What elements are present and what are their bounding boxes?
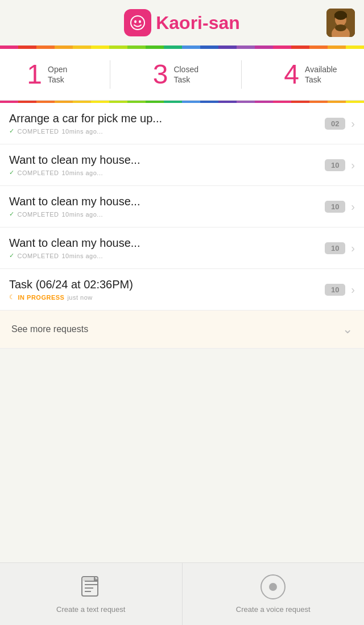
stat-available: 4 AvailableTask <box>284 61 337 88</box>
task-status-time-3: 10mins ago... <box>61 211 103 218</box>
stat-divider-2 <box>241 60 242 89</box>
svg-rect-9 <box>334 14 347 18</box>
task-status-label-5: IN PROGRESS <box>18 294 65 301</box>
chevron-right-icon-2: › <box>351 159 355 172</box>
logo-icon <box>124 9 151 36</box>
task-status-label-2: COMPLETED <box>18 169 59 176</box>
task-list: Arrange a car for pick me up... ✓ COMPLE… <box>0 103 364 311</box>
table-row[interactable]: Want to clean my house... ✓ COMPLETED 10… <box>0 186 364 227</box>
svg-point-10 <box>335 24 346 31</box>
table-row[interactable]: Want to clean my house... ✓ COMPLETED 10… <box>0 144 364 186</box>
app-header: Kaori-san <box>0 0 364 45</box>
stat-open-number: 1 <box>27 61 42 88</box>
task-badge-5: 10 <box>325 284 345 296</box>
task-badge-4: 10 <box>325 242 345 254</box>
task-status-time-4: 10mins ago... <box>61 253 103 259</box>
inprogress-icon-5: ☾ <box>9 293 15 301</box>
task-content-2: Want to clean my house... ✓ COMPLETED 10… <box>9 154 325 176</box>
task-title-1: Arrange a car for pick me up... <box>9 112 325 125</box>
task-title-3: Want to clean my house... <box>9 195 325 208</box>
table-row[interactable]: Want to clean my house... ✓ COMPLETED 10… <box>0 227 364 269</box>
task-content-1: Arrange a car for pick me up... ✓ COMPLE… <box>9 112 325 135</box>
text-request-label: Create a text request <box>56 605 125 614</box>
app-logo: Kaori-san <box>124 9 240 36</box>
task-badge-3: 10 <box>325 201 345 213</box>
completed-icon-2: ✓ <box>9 169 15 176</box>
task-status-2: ✓ COMPLETED 10mins ago... <box>9 169 325 176</box>
task-title-2: Want to clean my house... <box>9 154 325 167</box>
stat-open: 1 OpenTask <box>27 61 67 88</box>
avatar[interactable] <box>326 9 355 37</box>
chevron-right-icon-4: › <box>351 242 355 255</box>
rainbow-bar-top <box>0 45 364 49</box>
voice-dot <box>269 583 277 591</box>
stat-available-number: 4 <box>284 61 299 88</box>
bottom-navigation: Create a text request Create a voice req… <box>0 562 364 625</box>
task-status-1: ✓ COMPLETED 10mins ago... <box>9 127 325 135</box>
voice-request-label: Create a voice request <box>236 605 311 614</box>
task-title-5: Task (06/24 at 02:36PM) <box>9 278 325 291</box>
task-status-time-1: 10mins ago... <box>61 128 103 135</box>
chevron-right-icon-3: › <box>351 200 355 213</box>
chevron-right-icon-1: › <box>351 117 355 130</box>
svg-point-3 <box>134 20 136 23</box>
see-more-label: See more requests <box>11 324 88 334</box>
stat-open-label: OpenTask <box>48 64 67 85</box>
stat-closed-number: 3 <box>153 61 168 88</box>
voice-request-icon <box>260 574 286 599</box>
completed-icon-1: ✓ <box>9 127 15 135</box>
task-status-5: ☾ IN PROGRESS just now <box>9 293 325 301</box>
table-row[interactable]: Arrange a car for pick me up... ✓ COMPLE… <box>0 103 364 144</box>
task-content-4: Want to clean my house... ✓ COMPLETED 10… <box>9 237 325 259</box>
table-row[interactable]: Task (06/24 at 02:36PM) ☾ IN PROGRESS ju… <box>0 269 364 311</box>
see-more-button[interactable]: See more requests ⌄ <box>0 311 364 349</box>
svg-point-2 <box>131 16 144 29</box>
task-status-3: ✓ COMPLETED 10mins ago... <box>9 210 325 218</box>
task-content-5: Task (06/24 at 02:36PM) ☾ IN PROGRESS ju… <box>9 278 325 301</box>
stat-divider-1 <box>110 60 110 89</box>
task-status-time-5: just now <box>67 294 92 301</box>
chevron-down-icon: ⌄ <box>342 322 353 337</box>
logo-text: Kaori-san <box>156 13 240 34</box>
task-title-4: Want to clean my house... <box>9 237 325 250</box>
text-request-icon <box>78 574 104 599</box>
task-badge-1: 02 <box>325 118 345 130</box>
task-status-label-3: COMPLETED <box>18 211 59 218</box>
task-content-3: Want to clean my house... ✓ COMPLETED 10… <box>9 195 325 218</box>
rainbow-bar-bottom <box>0 101 364 103</box>
task-status-label-4: COMPLETED <box>18 253 59 259</box>
stat-closed: 3 ClosedTask <box>153 61 198 88</box>
completed-icon-4: ✓ <box>9 252 15 259</box>
task-badge-2: 10 <box>325 159 345 171</box>
stat-closed-label: ClosedTask <box>173 64 198 85</box>
svg-point-4 <box>139 20 141 23</box>
create-voice-request-button[interactable]: Create a voice request <box>183 563 365 625</box>
stats-row: 1 OpenTask 3 ClosedTask 4 AvailableTask <box>0 49 364 101</box>
create-text-request-button[interactable]: Create a text request <box>0 563 183 625</box>
task-status-4: ✓ COMPLETED 10mins ago... <box>9 252 325 259</box>
task-status-label-1: COMPLETED <box>18 128 59 135</box>
completed-icon-3: ✓ <box>9 210 15 218</box>
chevron-right-icon-5: › <box>351 283 355 296</box>
stat-available-label: AvailableTask <box>305 64 337 85</box>
task-status-time-2: 10mins ago... <box>61 169 103 176</box>
